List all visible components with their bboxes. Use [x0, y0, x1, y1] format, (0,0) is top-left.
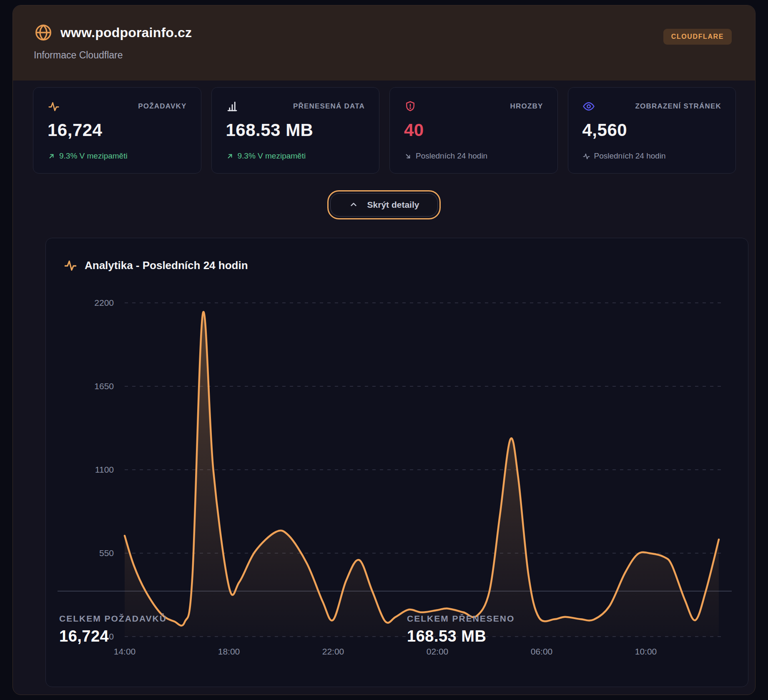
svg-text:1650: 1650: [94, 381, 114, 391]
total-transfer-block: CELKEM PŘENESENO 168.53 MB: [407, 614, 515, 645]
stat-value: 16,724: [48, 120, 187, 140]
svg-text:14:00: 14:00: [114, 647, 136, 656]
stat-footer-text: 9.3% V mezipaměti: [59, 151, 128, 161]
stat-card-page-views: ZOBRAZENÍ STRÁNEK 4,560 Posledních 24 ho…: [568, 87, 736, 174]
bar-chart-icon: [226, 100, 238, 113]
stat-value: 40: [404, 120, 543, 140]
stats-row: POŽADAVKY 16,724 9.3% V mezipaměti: [33, 87, 736, 174]
eye-icon: [582, 100, 595, 113]
site-info-card: www.podporainfo.cz Informace Cloudflare …: [13, 5, 755, 695]
hide-details-button[interactable]: Skrýt detaily: [327, 190, 441, 219]
stat-label: PŘENESENÁ DATA: [293, 102, 365, 111]
total-requests-label: CELKEM POŽADAVKŮ: [59, 614, 167, 624]
stat-footer-text: Posledních 24 hodin: [594, 151, 666, 161]
total-transfer-label: CELKEM PŘENESENO: [407, 614, 515, 624]
svg-text:1100: 1100: [95, 465, 114, 474]
stat-footer-text: Posledních 24 hodin: [416, 151, 487, 161]
shield-alert-icon: [404, 100, 417, 113]
total-requests-block: CELKEM POŽADAVKŮ 16,724: [59, 614, 167, 645]
chevron-up-icon: [349, 200, 358, 209]
stat-label: HROZBY: [510, 102, 543, 111]
stat-card-requests: POŽADAVKY 16,724 9.3% V mezipaměti: [33, 87, 201, 174]
analytics-chart-card: Analytika - Posledních 24 hodin 05501100…: [45, 238, 748, 687]
stat-value: 4,560: [582, 120, 722, 140]
cloudflare-dashboard: www.podporainfo.cz Informace Cloudflare …: [0, 0, 768, 700]
svg-text:22:00: 22:00: [322, 647, 344, 656]
pulse-icon: [582, 152, 590, 160]
stat-card-threats: HROZBY 40 Posledních 24 hodin: [389, 87, 558, 174]
globe-icon: [34, 23, 53, 42]
svg-text:550: 550: [99, 548, 114, 558]
stat-value: 168.53 MB: [226, 120, 365, 140]
cloudflare-badge: CLOUDFLARE: [663, 29, 732, 45]
chart-title: Analytika - Posledních 24 hodin: [85, 259, 248, 272]
svg-text:10:00: 10:00: [635, 647, 657, 656]
svg-text:18:00: 18:00: [218, 647, 240, 656]
svg-text:06:00: 06:00: [531, 647, 553, 656]
stat-card-data-transferred: PŘENESENÁ DATA 168.53 MB 9.3% V mezipamě…: [211, 87, 380, 174]
activity-icon: [63, 258, 78, 272]
activity-icon: [48, 100, 60, 113]
stat-label: POŽADAVKY: [138, 102, 186, 111]
page-subtitle: Informace Cloudflare: [34, 50, 732, 61]
stat-label: ZOBRAZENÍ STRÁNEK: [635, 102, 721, 111]
arrow-down-right-icon: [404, 152, 412, 160]
page-title: www.podporainfo.cz: [60, 25, 192, 40]
total-requests-value: 16,724: [59, 627, 167, 645]
svg-text:2200: 2200: [94, 298, 114, 307]
svg-text:02:00: 02:00: [427, 647, 449, 656]
stat-footer-text: 9.3% V mezipaměti: [238, 151, 306, 161]
total-transfer-value: 168.53 MB: [407, 627, 515, 645]
hide-details-label: Skrýt detaily: [367, 200, 419, 210]
arrow-up-right-icon: [226, 152, 234, 160]
site-header: www.podporainfo.cz Informace Cloudflare …: [13, 5, 755, 81]
arrow-up-right-icon: [48, 152, 55, 160]
